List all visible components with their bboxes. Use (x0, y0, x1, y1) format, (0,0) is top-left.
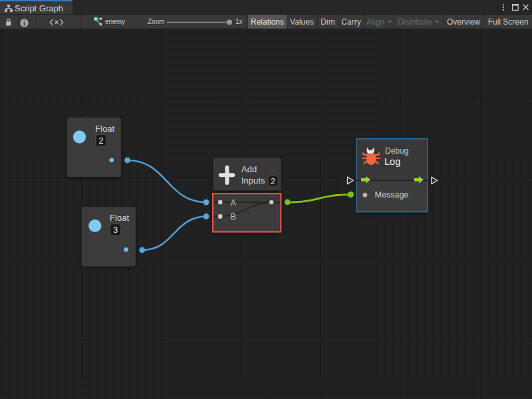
svg-text:Debug: Debug (385, 146, 408, 156)
svg-text:Float: Float (95, 124, 114, 134)
svg-text:Inputs: Inputs (241, 176, 265, 186)
svg-text:Float: Float (110, 213, 129, 223)
svg-text:Log: Log (384, 156, 400, 167)
svg-text:2: 2 (271, 177, 275, 186)
svg-text:3: 3 (113, 225, 118, 235)
svg-text:Add: Add (241, 164, 257, 174)
svg-text:B: B (231, 212, 236, 221)
svg-text:2: 2 (98, 136, 103, 146)
svg-text:Message: Message (375, 190, 409, 200)
svg-text:A: A (231, 198, 236, 207)
